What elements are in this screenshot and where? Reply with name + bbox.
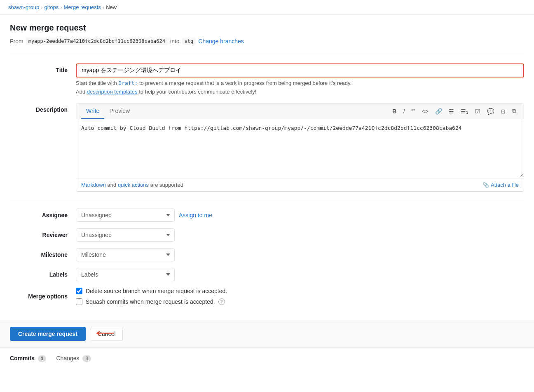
labels-select[interactable]: Labels (76, 268, 175, 281)
reviewer-select[interactable]: Unassigned (76, 228, 175, 242)
arrow-indicator (91, 327, 115, 341)
milestone-select[interactable]: Milestone (76, 248, 175, 261)
markdown-link[interactable]: Markdown (81, 182, 106, 188)
merge-options-label: Merge options (10, 293, 76, 300)
labels-row: Labels Labels (10, 268, 524, 281)
desc-tabs: Write Preview B I “” <> 🔗 ☰ ☰₁ ☑ 💬 (76, 103, 524, 119)
assignee-label: Assignee (10, 212, 76, 218)
squash-commits-option[interactable]: Squash commits when merge request is acc… (76, 298, 227, 305)
squash-commits-label: Squash commits when merge request is acc… (86, 298, 215, 305)
attach-icon: 📎 (482, 182, 489, 188)
create-merge-request-button[interactable]: Create merge request (10, 327, 86, 341)
assignee-select[interactable]: Unassigned (76, 209, 175, 222)
table-button[interactable]: ⊡ (498, 106, 508, 116)
labels-value: Labels (76, 268, 524, 281)
description-templates-link[interactable]: description templates (87, 89, 138, 95)
tab-commits[interactable]: Commits 1 (10, 355, 46, 361)
tab-write[interactable]: Write (81, 103, 104, 119)
description-row: Description Write Preview B I “” <> 🔗 ☰ (10, 103, 524, 192)
italic-button[interactable]: I (400, 106, 407, 116)
code-button[interactable]: <> (419, 106, 431, 116)
bold-button[interactable]: B (390, 106, 399, 116)
commits-count: 1 (38, 355, 47, 362)
fullscreen-button[interactable]: ⧉ (510, 106, 519, 116)
squash-commits-checkbox[interactable] (76, 298, 82, 305)
title-label: Title (10, 63, 76, 73)
unordered-list-button[interactable]: ☰ (446, 106, 457, 116)
commits-section: Commits 1 Changes 3 (0, 348, 534, 368)
form-section: Title Start the title with Draft: to pre… (10, 55, 524, 192)
tab-changes[interactable]: Changes 3 (56, 355, 91, 361)
merge-options: Delete source branch when merge request … (76, 288, 227, 305)
ordered-list-button[interactable]: ☰₁ (458, 106, 471, 116)
breadcrumb-group[interactable]: shawn-group (8, 4, 39, 10)
merge-options-row: Merge options Delete source branch when … (10, 288, 524, 305)
merge-options-value: Delete source branch when merge request … (76, 288, 524, 305)
labels-label: Labels (10, 271, 76, 278)
task-list-button[interactable]: ☑ (473, 106, 483, 116)
form-actions: Create merge request Cancel (0, 320, 534, 348)
branch-into: stg (182, 38, 196, 45)
comment-button[interactable]: 💬 (485, 106, 497, 116)
reviewer-row: Reviewer Unassigned (10, 228, 524, 242)
breadcrumb-current: New (106, 4, 117, 10)
changes-count: 3 (82, 355, 91, 362)
commits-header: Commits 1 Changes 3 (10, 355, 524, 361)
delete-branch-label: Delete source branch when merge request … (86, 288, 227, 294)
assign-to-me-link[interactable]: Assign to me (179, 212, 212, 218)
milestone-label: Milestone (10, 251, 76, 258)
desc-toolbar: B I “” <> 🔗 ☰ ☰₁ ☑ 💬 ⊡ ⧉ (390, 106, 519, 116)
title-hint: Start the title with Draft: to prevent a… (76, 80, 524, 86)
sidebar-section: Assignee Unassigned Assign to me Reviewe… (10, 200, 524, 305)
title-row: Title Start the title with Draft: to pre… (10, 63, 524, 95)
attach-file-button[interactable]: 📎 Attach a file (482, 182, 519, 188)
page-title: New merge request (10, 23, 524, 33)
squash-help-icon[interactable]: ? (218, 298, 225, 305)
tab-preview[interactable]: Preview (104, 103, 135, 119)
blockquote-button[interactable]: “” (409, 106, 417, 116)
breadcrumb: shawn-group › gitops › Merge requests › … (0, 0, 534, 15)
assignee-row: Assignee Unassigned Assign to me (10, 209, 524, 222)
delete-branch-option[interactable]: Delete source branch when merge request … (76, 288, 227, 294)
main-content: New merge request From myapp-2eedde77a42… (0, 15, 534, 320)
link-button[interactable]: 🔗 (433, 106, 445, 116)
description-textarea[interactable]: Auto commit by Cloud Build from https://… (76, 119, 524, 177)
branch-info: From myapp-2eedde77a4210fc2dc8d2bdf11cc6… (10, 38, 524, 45)
delete-branch-checkbox[interactable] (76, 288, 82, 294)
quick-actions-link[interactable]: quick actions (118, 182, 149, 188)
breadcrumb-repo[interactable]: gitops (44, 4, 59, 10)
title-hint2: Add description templates to help your c… (76, 89, 524, 95)
milestone-row: Milestone Milestone (10, 248, 524, 261)
milestone-value: Milestone (76, 248, 524, 261)
reviewer-value: Unassigned (76, 228, 524, 242)
title-input[interactable] (76, 63, 524, 77)
description-label: Description (10, 103, 76, 113)
breadcrumb-section[interactable]: Merge requests (64, 4, 101, 10)
desc-footer: Markdown and quick actions are supported… (76, 178, 524, 191)
markdown-hint: Markdown and quick actions are supported (81, 182, 183, 188)
reviewer-label: Reviewer (10, 232, 76, 238)
description-control: Write Preview B I “” <> 🔗 ☰ ☰₁ ☑ 💬 (76, 103, 524, 192)
assignee-value: Unassigned Assign to me (76, 209, 524, 222)
change-branches-link[interactable]: Change branches (198, 38, 244, 45)
branch-from: myapp-2eedde77a4210fc2dc8d2bdf11cc62308c… (26, 38, 168, 45)
title-control: Start the title with Draft: to prevent a… (76, 63, 524, 95)
description-area: Write Preview B I “” <> 🔗 ☰ ☰₁ ☑ 💬 (76, 103, 524, 192)
